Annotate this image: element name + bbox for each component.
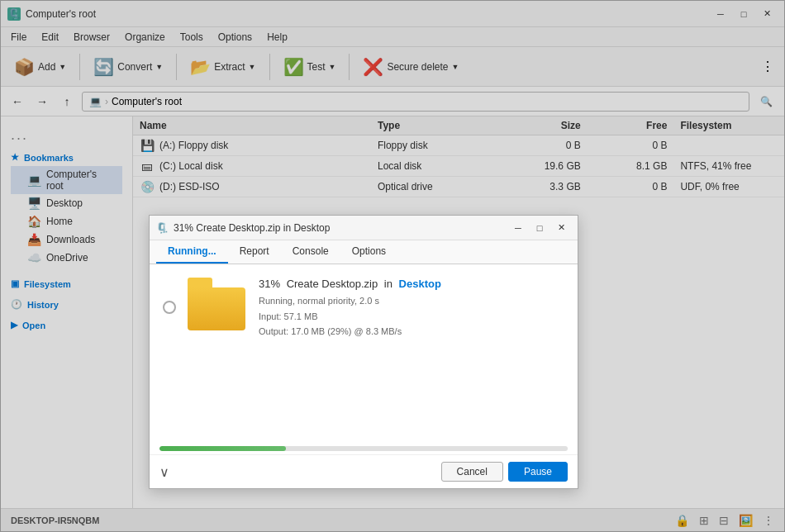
progress-output: Output: 17.0 MB (29%) @ 8.3 MB/s: [259, 324, 564, 340]
progress-bar-track: [159, 446, 568, 451]
folder-tab: [188, 278, 212, 287]
progress-radio: [163, 301, 176, 314]
progress-bar-fill: [159, 446, 286, 451]
progress-bar-area: [150, 446, 578, 454]
progress-status: Running, normal priority, 2.0 s: [259, 293, 564, 309]
dialog-app-icon: 🗜️: [156, 222, 169, 234]
dialog-controls: ─ □ ✕: [508, 220, 571, 236]
progress-input: Input: 57.1 MB: [259, 309, 564, 325]
tab-report[interactable]: Report: [228, 240, 281, 264]
footer-toggle-icon[interactable]: ∨: [159, 464, 169, 480]
progress-destination: Desktop: [399, 278, 441, 290]
progress-in-text: in: [384, 278, 392, 290]
progress-info: 31% Create Desktop.zip in Desktop Runnin…: [259, 278, 564, 340]
folder-body: [188, 287, 245, 330]
dialog-titlebar: 🗜️ 31% Create Desktop.zip in Desktop ─ □…: [150, 216, 578, 240]
dialog-title: 31% Create Desktop.zip in Desktop: [174, 222, 330, 234]
progress-title: 31% Create Desktop.zip in Desktop: [259, 278, 564, 290]
tab-options[interactable]: Options: [340, 240, 397, 264]
progress-row: 31% Create Desktop.zip in Desktop Runnin…: [163, 278, 564, 340]
dialog-maximize-button[interactable]: □: [530, 220, 550, 236]
progress-percent: 31%: [259, 278, 280, 290]
dialog-title-left: 🗜️ 31% Create Desktop.zip in Desktop: [156, 222, 330, 234]
dialog-close-button[interactable]: ✕: [551, 220, 571, 236]
dialog-content: 31% Create Desktop.zip in Desktop Runnin…: [150, 264, 578, 446]
pause-button[interactable]: Pause: [508, 462, 568, 482]
folder-icon-large: [188, 278, 247, 330]
tab-console[interactable]: Console: [281, 240, 340, 264]
dialog-tabs: Running... Report Console Options: [150, 240, 578, 264]
progress-dialog: 🗜️ 31% Create Desktop.zip in Desktop ─ □…: [149, 215, 578, 489]
dialog-minimize-button[interactable]: ─: [508, 220, 528, 236]
progress-radio-container: [163, 278, 176, 314]
progress-operation-text: Create Desktop.zip: [287, 278, 378, 290]
cancel-button[interactable]: Cancel: [441, 462, 503, 482]
tab-running[interactable]: Running...: [156, 240, 228, 264]
dialog-footer: ∨ Cancel Pause: [150, 454, 578, 488]
